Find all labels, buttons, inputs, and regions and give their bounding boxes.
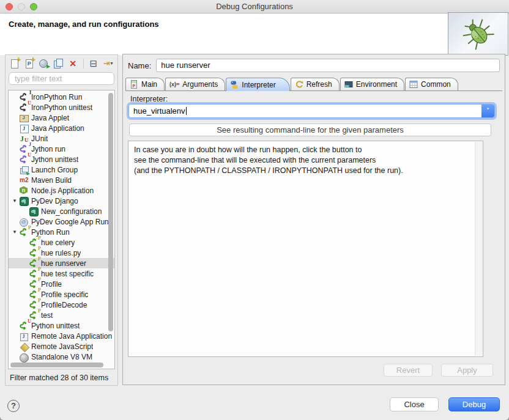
java-applet-icon [19, 113, 29, 123]
collapse-caret-icon[interactable]: ▼ [10, 198, 19, 204]
tree-item[interactable]: JJython run [9, 144, 114, 154]
tree-horizontal-scrollbar[interactable] [10, 363, 106, 367]
interpreter-label: Interpreter: [130, 95, 168, 103]
python-run-icon: P [29, 238, 39, 248]
tab-refresh[interactable]: Refresh [291, 78, 340, 90]
collapse-caret-icon[interactable]: ▼ [10, 229, 19, 235]
maven-build-icon [19, 175, 29, 185]
banner-image [448, 12, 508, 56]
tree-item[interactable]: Node.js Application [9, 185, 114, 196]
tab-label: Arguments [182, 80, 218, 89]
tree-item[interactable]: UIronPython unittest [9, 102, 114, 112]
chevron-down-icon[interactable]: ˅ [481, 105, 494, 117]
scrollbar-thumb[interactable] [10, 363, 103, 367]
ironpython-unittest-icon: U [19, 103, 29, 112]
zoom-window-icon[interactable] [30, 3, 37, 10]
name-input[interactable]: hue runserver [156, 59, 500, 72]
info-box: In case you are in doubt how will the ru… [128, 141, 483, 357]
titlebar: Debug Configurations [0, 0, 509, 13]
tree-item-label: IronPython Run [31, 93, 82, 101]
tree-item-label: Jython run [31, 145, 65, 153]
tree-item-label: Java Application [31, 124, 84, 133]
tree-item[interactable]: New_configuration [9, 206, 114, 216]
tab-label: Refresh [307, 80, 332, 89]
minimize-window-icon[interactable] [18, 3, 25, 10]
configurations-sidebar: ✕⊟⇥ type filter text IIronPython RunUIro… [5, 54, 118, 386]
tree-item[interactable]: PProfile [9, 279, 114, 289]
tab-bar: PMain(x)=ArgumentsInterpreterRefreshEnvi… [125, 77, 502, 91]
tab-environment[interactable]: Environment [340, 78, 404, 90]
tab-interpreter[interactable]: Interpreter [226, 78, 289, 91]
close-window-icon[interactable] [6, 3, 13, 10]
apply-button[interactable]: Apply [441, 364, 493, 377]
tree-item-label: Java Applet [31, 114, 69, 122]
debug-button[interactable]: Debug [448, 397, 500, 411]
info-line: (and the PYTHONPATH / CLASSPATH / IRONPY… [134, 166, 477, 176]
tree-item[interactable]: Phue runserver [9, 258, 114, 268]
tree-item[interactable]: IIronPython Run [9, 92, 114, 102]
see-command-line-button[interactable]: See resulting command-line for the given… [129, 123, 491, 136]
new-configuration-button[interactable] [9, 57, 21, 70]
export-configurations-button[interactable] [37, 57, 50, 70]
interpreter-combobox[interactable]: hue_virtualenv ˅ [128, 104, 495, 118]
tree-item[interactable]: Remote JavaScript [9, 341, 114, 352]
tree-item[interactable]: UPython unittest [9, 320, 114, 331]
django-config-icon [29, 207, 39, 216]
scrollbar-thumb[interactable] [108, 93, 113, 331]
tab-main[interactable]: PMain [125, 78, 165, 90]
tab-label: Main [141, 80, 157, 89]
tree-item-label: hue celery [41, 238, 75, 247]
tree-item-label: Remote JavaScript [31, 342, 93, 351]
svg-text:P: P [133, 84, 136, 88]
tab-arguments[interactable]: (x)=Arguments [165, 78, 225, 90]
tree-item-label: Launch Group [31, 166, 78, 174]
collapse-all-button[interactable]: ⊟ [87, 57, 100, 70]
remote-java-application-icon [19, 331, 29, 341]
filter-configurations-button[interactable]: ⇥ [102, 57, 114, 70]
remote-javascript-icon [19, 342, 29, 352]
info-scrollbar[interactable] [475, 142, 482, 356]
new-prototype-button[interactable] [23, 57, 36, 70]
filter-input[interactable]: type filter text [9, 72, 114, 85]
revert-button[interactable]: Revert [384, 364, 433, 377]
tab-common[interactable]: Common [405, 78, 458, 90]
tree-item-label: hue rules.py [41, 249, 81, 257]
python-unittest-icon: U [19, 321, 29, 331]
filter-status: Filter matched 28 of 30 items [10, 374, 108, 382]
tree-item[interactable]: PProfileDecode [9, 300, 114, 310]
tree-item[interactable]: Maven Build [9, 175, 114, 185]
interpreter-value[interactable]: hue_virtualenv [129, 106, 481, 116]
tree-item[interactable]: PyDev Google App Run [9, 216, 114, 227]
tree-item[interactable]: ▶Launch Group [9, 164, 114, 175]
tree-item[interactable]: UJython unittest [9, 154, 114, 164]
close-button[interactable]: Close [390, 397, 439, 411]
pydev-google-app-run-icon [19, 217, 29, 227]
tree-item[interactable]: Java Applet [9, 112, 114, 123]
tree-item[interactable]: Java Application [9, 123, 114, 133]
duplicate-configuration-button[interactable] [52, 57, 65, 70]
tree-item[interactable]: ▼PyDev Django [9, 196, 114, 206]
python-run-icon: P [29, 269, 39, 279]
delete-configuration-button[interactable]: ✕ [67, 57, 80, 70]
tree-item[interactable]: JUnit [9, 133, 114, 144]
tree-item[interactable]: Phue test specific [9, 268, 114, 279]
java-application-icon [19, 123, 29, 133]
tree-item[interactable]: Standalone V8 VM [9, 352, 114, 362]
tree-item[interactable]: Phue celery [9, 237, 114, 248]
tree-item[interactable]: Remote Java Application [9, 331, 114, 341]
tree-item[interactable]: PProfile specific [9, 289, 114, 300]
tree-item[interactable]: Phue rules.py [9, 248, 114, 258]
tree-item[interactable]: Ptest [9, 310, 114, 320]
tree-item-label: PyDev Google App Run [31, 218, 109, 226]
info-line: see the command-line that will be execut… [134, 155, 477, 166]
debug-configurations-dialog: Debug Configurations Create, manage, and… [0, 0, 509, 420]
help-button[interactable]: ? [7, 400, 20, 412]
python-run-icon: P [29, 259, 39, 268]
tree-item-label: Jython unittest [31, 155, 78, 164]
info-line: In case you are in doubt how will the ru… [134, 145, 477, 155]
common-icon [409, 80, 418, 89]
tree-item-label: JUnit [31, 134, 48, 143]
tree-item[interactable]: ▼PPython Run [9, 227, 114, 237]
tree-vertical-scrollbar[interactable] [108, 92, 113, 360]
tree-item-label: Maven Build [31, 176, 72, 185]
